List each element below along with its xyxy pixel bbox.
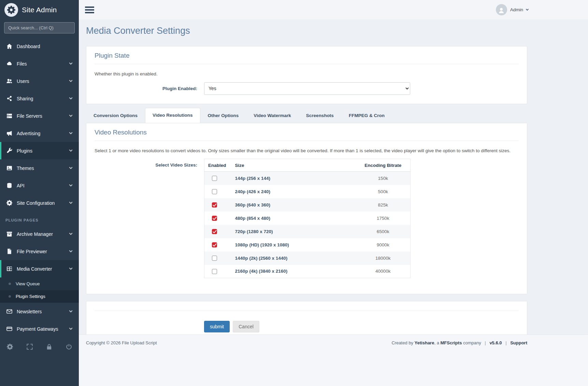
video-resolutions-card: Video Resolutions Select 1 or more video… xyxy=(86,123,527,295)
tab-conversion-options[interactable]: Conversion Options xyxy=(86,108,145,123)
chevron-down-icon xyxy=(69,249,73,253)
column-header-enabled: Enabled xyxy=(204,159,231,172)
column-header-size: Size xyxy=(231,159,356,172)
tab-ffmpeg-cron[interactable]: FFMPEG & Cron xyxy=(341,108,392,123)
size-cell: 360p (640 x 360) xyxy=(231,198,356,212)
card-title: Plugin State xyxy=(95,46,519,64)
sidebar-item-label: Advertising xyxy=(17,131,65,136)
lock-icon[interactable] xyxy=(46,344,52,350)
resolution-checkbox-1440p[interactable] xyxy=(212,256,217,261)
sidebar-item-label: Users xyxy=(17,78,65,84)
sidebar-item-label: Newsletters xyxy=(17,309,65,314)
bitrate-cell: 150k xyxy=(356,172,411,185)
cloud-icon xyxy=(6,61,12,67)
plugin-pages-section-label: PLUGIN PAGES xyxy=(0,212,79,225)
main-content: Media Converter Settings Plugin State Wh… xyxy=(79,19,588,334)
table-row: 240p (426 x 240) 500k xyxy=(204,185,411,198)
tab-screenshots[interactable]: Screenshots xyxy=(299,108,341,123)
sidebar-item-label: Files xyxy=(17,61,65,67)
enabled-cell xyxy=(204,225,231,238)
resolution-checkbox-2160p[interactable] xyxy=(212,269,217,274)
power-icon[interactable] xyxy=(66,344,72,350)
bitrate-cell: 500k xyxy=(356,185,411,198)
sidebar-item-sharing[interactable]: Sharing xyxy=(0,90,79,107)
sidebar-item-label: API xyxy=(17,183,65,188)
card-title: Video Resolutions xyxy=(95,123,519,141)
mfscripts-link[interactable]: MFScripts xyxy=(441,340,462,345)
plugin-state-card: Plugin State Whether this plugin is enab… xyxy=(86,46,527,104)
sidebar-item-media-converter[interactable]: Media Converter xyxy=(0,260,79,277)
enabled-cell xyxy=(204,238,231,252)
sidebar-item-label: File Servers xyxy=(17,113,65,119)
video-sizes-row: Select Video Sizes: Enabled Size Encodin… xyxy=(95,159,519,278)
sidebar-item-dashboard[interactable]: Dashboard xyxy=(0,38,79,55)
resolution-checkbox-1080p[interactable] xyxy=(212,242,217,247)
submit-button[interactable]: submit xyxy=(204,321,230,332)
credits-text: company xyxy=(463,340,481,345)
sidebar-item-site-configuration[interactable]: Site Configuration xyxy=(0,194,79,212)
sidebar-item-advertising[interactable]: Advertising xyxy=(0,125,79,142)
yetishare-link[interactable]: Yetishare xyxy=(415,340,434,345)
table-header-row: Enabled Size Encoding Bitrate xyxy=(204,159,411,172)
sidebar-subitem-view-queue[interactable]: View Queue xyxy=(0,277,79,290)
column-header-bitrate: Encoding Bitrate xyxy=(356,159,411,172)
footer-credits: Created by Yetishare, a MFScripts compan… xyxy=(391,340,527,345)
resolution-checkbox-240p[interactable] xyxy=(212,189,217,194)
chevron-down-icon xyxy=(69,61,73,65)
envelope-icon xyxy=(6,309,12,314)
gear-icon xyxy=(6,200,12,206)
plugin-enabled-label: Plugin Enabled: xyxy=(95,86,204,91)
enabled-cell xyxy=(204,265,231,278)
credit-card-icon xyxy=(6,326,12,332)
wrench-icon xyxy=(6,148,12,154)
enabled-cell xyxy=(204,198,231,212)
chevron-down-icon xyxy=(69,96,73,100)
resolution-checkbox-480p[interactable] xyxy=(212,216,217,221)
enabled-cell xyxy=(204,185,231,198)
app-logo[interactable]: Site Admin xyxy=(0,0,79,19)
table-row: 1440p (2k) (2560 x 1440) 18000k xyxy=(204,252,411,265)
grid-icon xyxy=(6,266,12,272)
plugin-state-description: Whether this plugin is enabled. xyxy=(95,71,519,77)
resolution-checkbox-720p[interactable] xyxy=(212,229,217,234)
sidebar-subitem-label: Plugin Settings xyxy=(16,294,45,299)
sidebar: Site Admin Dashboard Files Users Sharing… xyxy=(0,0,79,386)
support-link[interactable]: Support xyxy=(510,340,527,345)
sidebar-item-files[interactable]: Files xyxy=(0,55,79,72)
fullscreen-icon[interactable] xyxy=(27,344,33,350)
size-cell: 1080p (HD) (1920 x 1080) xyxy=(231,238,356,252)
chevron-down-icon xyxy=(69,232,73,235)
sidebar-item-file-servers[interactable]: File Servers xyxy=(0,107,79,125)
sidebar-item-label: Site Configuration xyxy=(17,200,65,206)
enabled-cell xyxy=(204,252,231,265)
cancel-button[interactable]: Cancel xyxy=(233,321,259,332)
tab-video-watermark[interactable]: Video Watermark xyxy=(246,108,299,123)
menu-toggle-icon[interactable] xyxy=(85,6,94,13)
sidebar-item-newsletters[interactable]: Newsletters xyxy=(0,303,79,320)
resolution-checkbox-360p[interactable] xyxy=(212,202,217,208)
sidebar-item-archive-manager[interactable]: Archive Manager xyxy=(0,225,79,243)
sidebar-item-users[interactable]: Users xyxy=(0,72,79,90)
sidebar-item-themes[interactable]: Themes xyxy=(0,159,79,177)
separator-text: | xyxy=(482,340,488,345)
size-cell: 240p (426 x 240) xyxy=(231,185,356,198)
sidebar-item-api[interactable]: API xyxy=(0,177,79,194)
archive-icon xyxy=(6,231,12,237)
sidebar-item-label: Media Converter xyxy=(17,266,65,272)
sidebar-subitem-plugin-settings[interactable]: Plugin Settings xyxy=(0,290,79,303)
resolution-checkbox-144p[interactable] xyxy=(212,176,217,181)
sidebar-item-file-previewer[interactable]: File Previewer xyxy=(0,243,79,260)
settings-gear-icon[interactable] xyxy=(7,344,13,350)
divider xyxy=(95,311,519,311)
size-cell: 480p (854 x 480) xyxy=(231,212,356,225)
search-input[interactable] xyxy=(4,22,75,33)
plugin-enabled-select[interactable]: Yes xyxy=(204,82,410,95)
user-menu[interactable]: Admin xyxy=(496,4,530,15)
sidebar-item-plugins[interactable]: Plugins xyxy=(0,142,79,159)
sidebar-item-payment-gateways[interactable]: Payment Gateways xyxy=(0,320,79,338)
media-converter-submenu: View Queue Plugin Settings xyxy=(0,277,79,303)
table-row: 1080p (HD) (1920 x 1080) 9000k xyxy=(204,238,411,252)
video-sizes-table: Enabled Size Encoding Bitrate 144p (256 … xyxy=(204,159,411,278)
tab-other-options[interactable]: Other Options xyxy=(200,108,246,123)
tab-video-resolutions[interactable]: Video Resolutions xyxy=(145,108,200,123)
